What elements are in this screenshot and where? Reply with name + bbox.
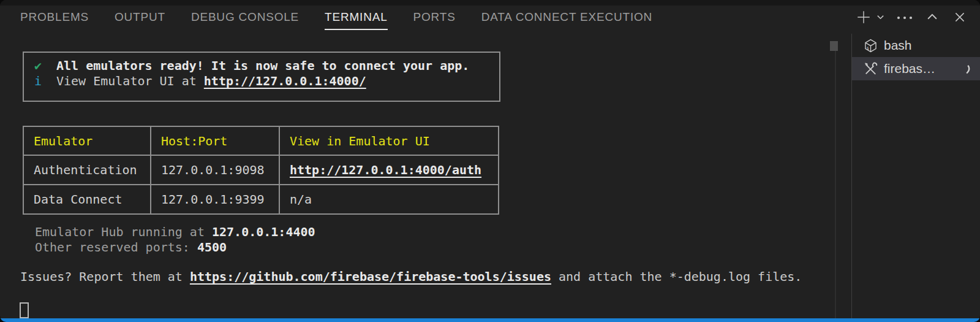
banner-line-view: iView Emulator UI at http://127.0.0.1:40… — [34, 74, 499, 89]
plus-icon — [856, 9, 872, 25]
close-panel-button[interactable] — [953, 10, 967, 24]
close-icon — [953, 10, 967, 24]
svg-text:$: $ — [867, 45, 869, 50]
table-header-row: Emulator Host:Port View in Emulator UI — [23, 126, 499, 155]
issues-line: Issues? Report them at https://github.co… — [20, 269, 802, 285]
hub-line: Emulator Hub running at 127.0.0.1:4400 — [35, 224, 315, 240]
terminal-list-sidebar: $ bash firebas… — [851, 34, 980, 318]
github-issues-link[interactable]: https://github.com/firebase/firebase-too… — [190, 269, 551, 284]
terminal-panel: PROBLEMS OUTPUT DEBUG CONSOLE TERMINAL P… — [0, 0, 980, 322]
terminal-scrollbar-thumb[interactable] — [830, 41, 838, 51]
view-prefix: View Emulator UI at — [56, 74, 204, 88]
issues-suffix: and attach the *-debug.log files. — [551, 269, 802, 284]
emulators-table: Emulator Host:Port View in Emulator UI A… — [23, 126, 499, 215]
more-actions-button[interactable] — [895, 10, 914, 25]
table-row: Authentication 127.0.0.1:9098 http://127… — [23, 155, 499, 185]
reserved-ports: 4500 — [197, 240, 227, 255]
hub-prefix: Emulator Hub running at — [35, 224, 212, 239]
terminal-bash-icon: $ — [863, 38, 878, 53]
loading-spinner-icon — [957, 62, 971, 78]
hub-info-block: Emulator Hub running at 127.0.0.1:4400 O… — [35, 224, 315, 255]
panel-focus-border — [0, 318, 980, 322]
info-icon: i — [34, 74, 56, 89]
panel-action-buttons — [856, 0, 967, 34]
terminal-profile-dropdown[interactable] — [876, 12, 885, 21]
tab-ports[interactable]: PORTS — [413, 0, 456, 34]
ready-message: All emulators ready! It is now safe to c… — [56, 58, 469, 73]
hub-address: 127.0.0.1:4400 — [212, 224, 315, 239]
cell-view-na: n/a — [279, 185, 499, 214]
tab-terminal[interactable]: TERMINAL — [325, 0, 387, 34]
panel-tabbar: PROBLEMS OUTPUT DEBUG CONSOLE TERMINAL P… — [0, 0, 980, 34]
tab-problems[interactable]: PROBLEMS — [20, 0, 89, 34]
cell-host-port: 127.0.0.1:9399 — [151, 185, 279, 214]
terminal-tab-firebase[interactable]: firebas… — [852, 57, 980, 80]
terminal-tab-label: bash — [884, 38, 912, 53]
reserved-prefix: Other reserved ports: — [35, 240, 197, 255]
auth-emulator-link[interactable]: http://127.0.0.1:4000/auth — [290, 163, 481, 177]
terminal-tab-bash[interactable]: $ bash — [852, 34, 980, 57]
terminal-tab-label: firebas… — [884, 61, 935, 76]
tools-icon — [863, 61, 878, 77]
emulator-ui-link[interactable]: http://127.0.0.1:4000/ — [204, 74, 366, 88]
table-row: Data Connect 127.0.0.1:9399 n/a — [23, 185, 499, 214]
cell-emulator: Data Connect — [23, 185, 151, 214]
chevron-up-icon — [925, 10, 939, 24]
check-icon: ✔ — [34, 58, 56, 74]
cell-host-port: 127.0.0.1:9098 — [151, 155, 279, 185]
terminal-scrollbar-track — [835, 42, 836, 318]
chevron-down-icon — [876, 12, 885, 21]
emulators-ready-banner: ✔All emulators ready! It is now safe to … — [23, 52, 500, 102]
cell-emulator: Authentication — [23, 155, 151, 185]
header-host-port: Host:Port — [151, 126, 279, 155]
header-view-ui: View in Emulator UI — [279, 126, 499, 155]
tab-debug-console[interactable]: DEBUG CONSOLE — [191, 0, 299, 34]
maximize-panel-button[interactable] — [925, 10, 939, 24]
ellipsis-icon — [895, 10, 914, 25]
issues-prefix: Issues? Report them at — [20, 269, 190, 284]
new-terminal-button[interactable] — [856, 9, 872, 25]
tab-data-connect-execution[interactable]: DATA CONNECT EXECUTION — [481, 0, 652, 34]
tab-output[interactable]: OUTPUT — [115, 0, 165, 34]
header-emulator: Emulator — [23, 126, 151, 155]
terminal-cursor — [20, 302, 29, 318]
banner-line-ready: ✔All emulators ready! It is now safe to … — [34, 58, 499, 74]
cell-view-link: http://127.0.0.1:4000/auth — [279, 155, 499, 185]
reserved-ports-line: Other reserved ports: 4500 — [35, 240, 315, 255]
